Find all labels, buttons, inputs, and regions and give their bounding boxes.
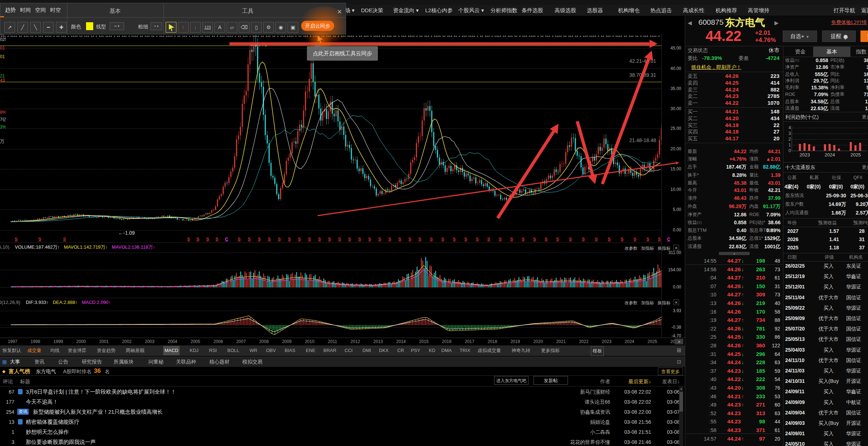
indicator-tab-OBV[interactable]: OBV [265,346,277,355]
toolbar-tab-时空[interactable]: 时空 [50,6,65,14]
open-account-link[interactable]: 抓住机会，即刻开户！ [691,63,741,71]
menu-item-DDE决策[interactable]: DDE决策 [361,5,383,16]
post-author[interactable]: 小二犇犇 [552,427,610,437]
toolbar-tab-趋势[interactable]: 趋势 [5,6,19,14]
indicator-tab-神奇九转[interactable]: 神奇九转 [510,346,532,355]
post-title[interactable]: 新型储能被列入新兴支柱产业！21只概念股业绩高增长 [33,407,492,417]
chart-layout-icon[interactable]: ⊞ [675,347,683,354]
menu-item-高管增持[interactable]: 高管增持 [748,5,769,16]
post-title[interactable]: 精密箱体覆盖储能医疗 [26,417,485,427]
menu-item-选股器[interactable]: 选股器 [587,5,603,16]
prev-stock-button[interactable]: ◀ [688,20,692,26]
pane-control-换指标[interactable]: 换指标 [658,245,673,251]
indicator-tab-均线[interactable]: 均线 [49,346,61,355]
menu-item-场[interactable]: 场 ▾ [345,5,355,16]
line-type-dropdown[interactable]: ━ ▾ [110,22,124,30]
collapse-grip[interactable]: ▲ [719,252,750,255]
indicator-tab-BIAS[interactable]: BIAS [283,346,297,355]
panel-toggle-icon[interactable]: ⊡ [675,358,683,365]
menu-item-机构推荐[interactable]: 机构推荐 [716,5,737,16]
indicator-tab-恢复默认[interactable]: 恢复默认 [1,346,23,355]
profit-more-link[interactable]: 更多 [862,113,868,121]
indicator-tab-BOLL[interactable]: BOLL [226,346,241,355]
visibility-tool-icon[interactable]: ◉ [275,22,286,33]
draw-tool-3[interactable]: ━ [43,22,54,33]
menu-item-返回[interactable]: 返回 [861,5,868,16]
indicator-tab-虚拟成交量[interactable]: 虚拟成交量 [476,346,502,355]
forum-scroll-up-icon[interactable]: ▲ [679,387,683,391]
bottom-tab-资讯[interactable]: 资讯 [34,357,44,366]
indicator-tab-模板[interactable]: 模板 [591,347,604,356]
pane-close-icon[interactable]: × [673,245,679,250]
forum-scrollbar-thumb[interactable] [679,392,683,412]
indicator-tab-PSY[interactable]: PSY [409,346,422,355]
pane-control-加指标[interactable]: 加指标 [641,245,657,251]
indicator-tab-成交量[interactable]: 成交量 [26,346,43,355]
indicator-tab-MACD[interactable]: MACD [163,346,180,355]
indicator-tab-KD[interactable]: KD [427,346,437,355]
indicator-tab-WR[interactable]: WR [248,346,259,355]
view-more-button[interactable]: 查看更多 [658,367,683,375]
menu-item-资金流向[interactable]: 资金流向 ▾ [393,5,419,16]
trade-button[interactable]: 交易 ↓ [860,30,868,42]
indicator-tab-DMA[interactable]: DMA [440,346,453,355]
menu-item-机构增仓[interactable]: 机构增仓 [618,5,640,16]
next-stock-button[interactable]: ▶ [774,20,779,26]
cursor-icon[interactable] [166,22,176,33]
tab-指数[interactable]: 指数 [850,47,868,57]
volume-chart[interactable] [0,251,661,298]
pane-control-改参数[interactable]: 改参数 [625,300,640,306]
pane-close-icon[interactable]: × [673,299,679,305]
bottom-tab-模拟交易[interactable]: 模拟交易 [242,357,262,366]
post-author[interactable]: 新马门溪财经 [552,387,610,397]
indicator-tab-CCI[interactable]: CCI [343,346,354,355]
indicator-tab-更多指标[interactable]: 更多指标 [540,346,561,355]
bottom-tab-公告[interactable]: 公告 [58,357,68,366]
tab-基本[interactable]: 基本 [813,47,850,57]
toolbar-tab-时间[interactable]: 时间 [20,6,34,14]
indicator-tab-资金博弈[interactable]: 资金博弈 [66,346,88,355]
kline-chart[interactable] [0,34,661,239]
trash-tool-icon[interactable]: ▯ [251,22,262,33]
settings-tool-icon[interactable]: ⚙ [263,22,274,33]
menu-item-分析师指数[interactable]: 分析师指数 [490,5,517,16]
color-swatch[interactable] [86,22,93,30]
indicator-tab-DKX[interactable]: DKX [378,346,390,355]
bottom-tab-核心题材[interactable]: 核心题材 [209,357,229,366]
post-author[interactable]: 协鑫集成资讯 [552,407,610,417]
indicator-tab-RSI[interactable]: RSI [208,346,218,355]
arrow-down-tool-icon[interactable]: ↓ [190,22,201,33]
scroll-years-button[interactable]: » [675,339,683,344]
toolbar-tab-空间[interactable]: 空间 [35,6,49,14]
menu-item-个股风云[interactable]: 个股风云 ▾ [458,5,484,16]
indicator-tab-两融差额[interactable]: 两融差额 [124,346,146,355]
menu-item-打开导航[interactable]: 打开导航 [834,5,855,16]
bottom-tab-关联品种[interactable]: 关联品种 [176,357,196,366]
col-updated[interactable]: 最后更新↓ [615,377,651,385]
indicator-tab-DMI[interactable]: DMI [361,346,373,355]
pane-control-加指标[interactable]: 加指标 [641,300,657,306]
menu-item-条件选股[interactable]: 条件选股 [522,5,543,16]
new-post-button[interactable]: 发新帖 [533,376,568,385]
draw-tool-2[interactable]: ╲ [30,22,41,33]
draw-tool-1[interactable]: ╱ [17,22,28,33]
enter-forum-button[interactable]: 进入东方电气吧 [494,376,528,385]
menu-item-高级选股[interactable]: 高级选股 [555,5,576,16]
post-title[interactable]: 妙想明天怎么操作 [26,427,485,437]
indicator-tab-TRIX[interactable]: TRIX [458,346,472,355]
arrow-up-tool-icon[interactable]: ↑ [178,22,189,33]
post-title[interactable]: 今天不追高！ [26,397,485,407]
menu-item-L2核心内参[interactable]: L2核心内参 [425,5,453,16]
eraser-tool-icon[interactable]: ⌫ [239,22,250,33]
l2-trial-link[interactable]: 免费体验L2行情 [831,19,868,26]
add-watchlist-button[interactable]: 自选+ ▼ [783,30,817,42]
pane-control-换指标[interactable]: 换指标 [658,300,673,306]
bottom-tab-所属板块[interactable]: 所属板块 [114,357,134,366]
bottom-tab-研究报告[interactable]: 研究报告 [82,357,102,366]
pane-control-改参数[interactable]: 改参数 [625,245,640,251]
bottom-tab-问董秘[interactable]: 问董秘 [148,357,163,366]
screenshot-tool-icon[interactable]: ▣ [288,22,298,33]
draw-tool-0[interactable]: ↗ [4,22,15,33]
menu-item-高成长性[interactable]: 高成长性 [683,5,705,16]
col-date[interactable]: 发表日↓ [655,377,680,385]
